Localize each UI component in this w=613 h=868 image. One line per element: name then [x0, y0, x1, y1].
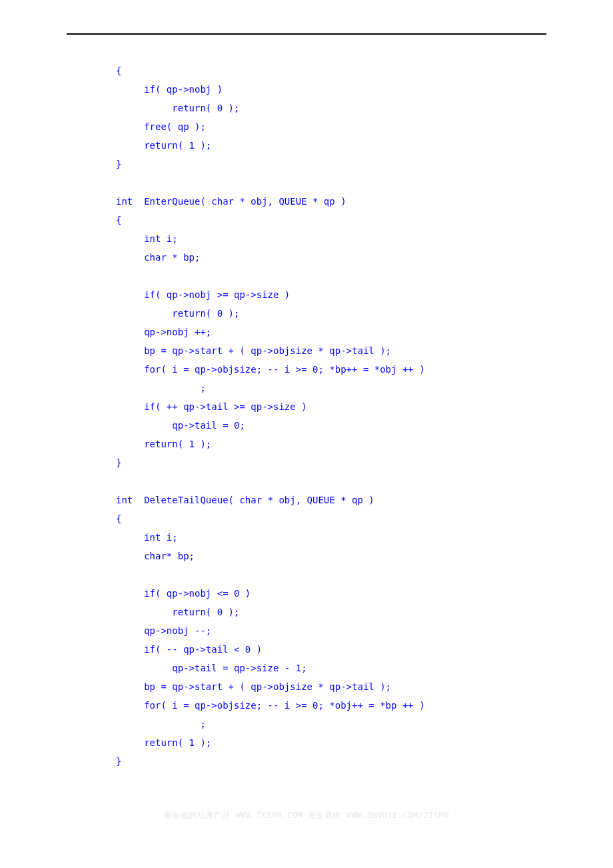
code-line: return( 0 );: [116, 607, 239, 617]
code-line: for( i = qp->objsize; -- i >= 0; *obj++ …: [116, 700, 425, 711]
code-line: {: [116, 513, 121, 524]
document-page: { if( qp->nobj ) return( 0 ); free( qp )…: [0, 0, 613, 868]
code-line: free( qp );: [116, 121, 206, 132]
code-line: {: [116, 215, 121, 225]
code-line: }: [116, 457, 121, 468]
code-line: }: [116, 159, 121, 169]
code-line: int DeleteTailQueue( char * obj, QUEUE *…: [116, 495, 374, 505]
code-line: qp->tail = 0;: [116, 420, 245, 431]
code-line: ;: [116, 719, 206, 729]
code-line: return( 1 );: [116, 140, 211, 151]
code-line: return( 1 );: [116, 737, 211, 748]
code-line: int i;: [116, 233, 178, 244]
code-line: }: [116, 756, 121, 767]
code-line: bp = qp->start + ( qp->objsize * qp->tai…: [116, 345, 391, 356]
code-line: for( i = qp->objsize; -- i >= 0; *bp++ =…: [116, 364, 425, 375]
code-line: {: [116, 65, 121, 76]
code-line: qp->nobj ++;: [116, 327, 211, 337]
code-line: ;: [116, 383, 206, 393]
code-line: if( qp->nobj <= 0 ): [116, 588, 251, 599]
code-line: if( qp->nobj >= qp->size ): [116, 289, 290, 300]
code-line: if( ++ qp->tail >= qp->size ): [116, 401, 307, 412]
code-block: { if( qp->nobj ) return( 0 ); free( qp )…: [67, 61, 546, 771]
code-line: qp->nobj --;: [116, 625, 211, 636]
code-line: if( qp->nobj ): [116, 84, 223, 95]
header-rule: [67, 33, 546, 35]
code-line: return( 1 );: [116, 439, 211, 449]
code-line: int i;: [116, 532, 178, 543]
code-line: if( -- qp->tail < 0 ): [116, 644, 262, 655]
code-line: return( 0 );: [116, 103, 239, 113]
code-line: qp->tail = qp->size - 1;: [116, 663, 307, 673]
code-line: return( 0 );: [116, 308, 239, 319]
watermark-text: 最有效的祛斑产品 WWW.TK508.COM 渔业养殖 WWW.ZHYUYE.C…: [0, 810, 613, 821]
code-line: int EnterQueue( char * obj, QUEUE * qp ): [116, 196, 346, 207]
code-line: char* bp;: [116, 551, 195, 561]
code-line: bp = qp->start + ( qp->objsize * qp->tai…: [116, 681, 391, 692]
code-line: char * bp;: [116, 252, 200, 263]
